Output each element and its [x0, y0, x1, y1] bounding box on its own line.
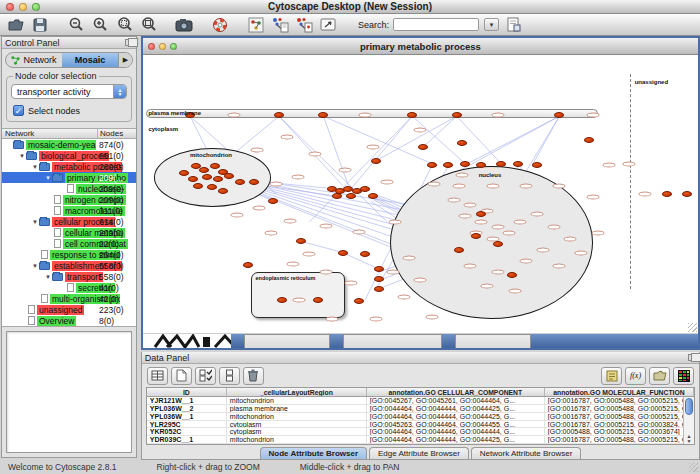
graph-node[interactable]	[188, 176, 198, 182]
open-session-button[interactable]	[6, 16, 26, 34]
graph-node[interactable]	[274, 112, 284, 118]
graph-node[interactable]	[371, 158, 381, 164]
graph-node[interactable]	[313, 297, 323, 303]
background-window-edge[interactable]	[531, 334, 698, 348]
select-attributes-button[interactable]	[195, 367, 216, 385]
export-network-button[interactable]	[294, 16, 314, 34]
graph-node[interactable]	[179, 170, 189, 176]
import-network-button[interactable]	[270, 16, 290, 34]
graph-node[interactable]	[360, 251, 370, 257]
birds-eye-view[interactable]	[6, 331, 132, 453]
graph-node[interactable]	[454, 247, 464, 253]
graph-node[interactable]	[277, 297, 287, 303]
attribute-list-button[interactable]	[219, 367, 240, 385]
graph-node[interactable]	[249, 179, 259, 185]
graph-node[interactable]	[418, 144, 428, 150]
background-window[interactable]	[343, 334, 442, 348]
open-attributes-button[interactable]	[649, 367, 670, 385]
tree-column-nodes[interactable]: Nodes	[98, 129, 136, 138]
graph-node[interactable]	[493, 241, 503, 247]
tree-row[interactable]: ▼transport558(0)	[2, 271, 136, 282]
tree-row[interactable]: cellular metabo209(0)	[2, 227, 136, 238]
column-header[interactable]: annotation.GO MOLECULAR_FUNCTION	[545, 388, 694, 396]
table-row[interactable]: YLR295Ccytoplasm[GO:0045263, GO:0044464,…	[147, 421, 694, 429]
float-panel-icon[interactable]	[688, 354, 696, 361]
tree-row[interactable]: response to stimul264(0)	[2, 249, 136, 260]
background-window[interactable]	[244, 334, 330, 348]
graph-node[interactable]	[496, 161, 506, 167]
tree-row[interactable]: ▼biological_process651(0)	[2, 150, 136, 161]
background-window[interactable]	[455, 334, 531, 348]
expander-icon[interactable]: ▼	[31, 263, 39, 269]
attribute-grid-button[interactable]	[147, 367, 168, 385]
tree-row[interactable]: cell communicat22(0)	[2, 238, 136, 249]
graph-node[interactable]	[318, 112, 328, 118]
import-attributes-button[interactable]	[601, 367, 622, 385]
column-header[interactable]: ID	[147, 388, 227, 396]
tree-row[interactable]: secretion41(0)	[2, 282, 136, 293]
graph-node[interactable]	[296, 238, 306, 244]
zoom-in-button[interactable]	[90, 16, 110, 34]
table-row[interactable]: YJR121W__1mitochondrion[GO:0045267, GO:0…	[147, 397, 694, 405]
expander-icon[interactable]: ▼	[31, 219, 39, 225]
canvas-resize-grip[interactable]	[688, 323, 697, 332]
search-input[interactable]	[393, 18, 479, 31]
scrollbar-arrows[interactable]: ▲▼	[684, 434, 694, 444]
graph-node[interactable]	[452, 112, 462, 118]
tree-row[interactable]: Overview8(0)	[2, 315, 136, 326]
heatmap-button[interactable]	[673, 367, 694, 385]
graph-node[interactable]	[218, 188, 228, 194]
import-table-button[interactable]	[503, 16, 523, 34]
graph-node[interactable]	[443, 162, 453, 168]
save-session-button[interactable]	[30, 16, 50, 34]
tree-row[interactable]: mosaic-demo-yeast874(0)	[2, 139, 136, 150]
table-row[interactable]: YPL036W__1mitochondrion[GO:0044464, GO:0…	[147, 413, 694, 421]
delete-attribute-button[interactable]	[243, 367, 264, 385]
tab-network-attribute-browser[interactable]: Network Attribute Browser	[471, 447, 581, 459]
graph-node[interactable]	[476, 211, 486, 217]
graph-node[interactable]	[584, 137, 594, 143]
graph-node[interactable]	[460, 161, 470, 167]
network-canvas[interactable]: plasma membrane cytoplasm mitochondrion …	[143, 55, 698, 333]
select-nodes-checkbox[interactable]: ✓	[13, 105, 24, 116]
graph-node[interactable]	[374, 266, 384, 272]
graph-node[interactable]	[224, 173, 234, 179]
color-attribute-select[interactable]: transporter activity ▲▼	[11, 84, 127, 99]
graph-node[interactable]	[374, 276, 384, 282]
table-scrollbar[interactable]: ▲▼	[683, 397, 694, 444]
graph-node[interactable]	[368, 193, 378, 199]
zoom-out-button[interactable]	[66, 16, 86, 34]
graph-node[interactable]	[532, 162, 542, 168]
graph-node[interactable]	[554, 112, 564, 118]
tree-column-network[interactable]: Network	[2, 129, 98, 138]
tab-node-attribute-browser[interactable]: Node Attribute Browser	[260, 447, 368, 459]
graph-node[interactable]	[407, 112, 417, 118]
background-window-edge[interactable]	[231, 334, 244, 348]
graph-node[interactable]	[471, 233, 481, 239]
tab-mosaic[interactable]: Mosaic	[62, 53, 118, 67]
annotation-button[interactable]	[318, 16, 338, 34]
tab-network[interactable]: Network	[6, 53, 62, 67]
tree-row[interactable]: nucleobase-209(0)	[2, 183, 136, 194]
column-header[interactable]: annotation.GO CELLULAR_COMPONENT	[367, 388, 545, 396]
table-row[interactable]: YPL036W__2plasma membrane[GO:0044464, GO…	[147, 405, 694, 413]
expander-icon[interactable]: ▼	[31, 164, 39, 170]
background-window-edge[interactable]	[442, 334, 455, 348]
graph-node[interactable]	[374, 286, 384, 292]
graph-node[interactable]	[476, 162, 486, 168]
tree-row[interactable]: multi-organism pro42(0)	[2, 293, 136, 304]
graph-node[interactable]	[662, 191, 672, 197]
graph-node[interactable]	[332, 193, 342, 199]
window-resize-grip[interactable]	[689, 463, 698, 472]
column-header[interactable]: _cellularLayoutRegion	[227, 388, 367, 396]
scrollbar-thumb[interactable]	[685, 398, 693, 415]
graph-node[interactable]	[268, 198, 278, 204]
help-button[interactable]	[210, 16, 230, 34]
zoom-fit-button[interactable]	[138, 16, 158, 34]
search-dropdown-button[interactable]: ▼	[484, 18, 499, 31]
graph-node[interactable]	[513, 161, 523, 167]
function-builder-button[interactable]: f(x)	[625, 367, 646, 385]
graph-node[interactable]	[427, 162, 437, 168]
snapshot-button[interactable]	[174, 16, 194, 34]
graph-node[interactable]	[193, 183, 203, 189]
